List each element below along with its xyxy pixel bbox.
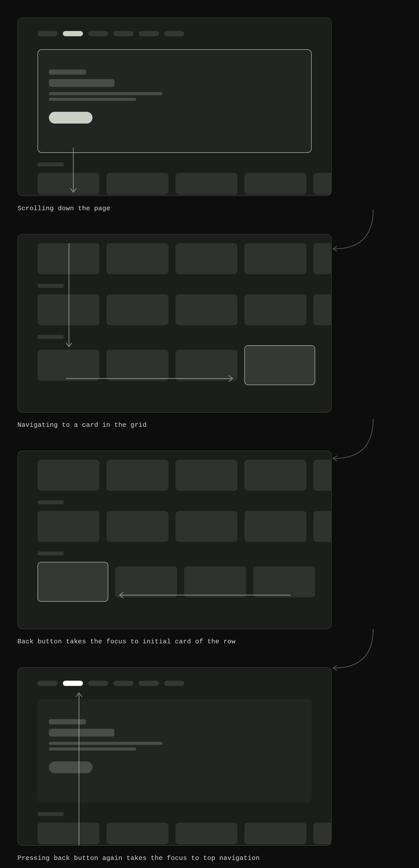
content-row [18,451,331,491]
content-card[interactable] [245,460,307,491]
tab[interactable] [164,681,184,686]
tab[interactable] [37,681,58,686]
tab[interactable] [164,31,184,36]
content-card[interactable] [313,243,332,274]
step-2: ← Navigating to a card in the grid [18,234,401,429]
tv-screen-3 [18,451,332,629]
content-card[interactable] [175,173,237,195]
content-card[interactable] [37,350,99,381]
content-card[interactable] [313,294,332,325]
content-card[interactable] [313,173,332,195]
content-card-focused[interactable] [37,562,108,602]
step-4: Pressing back button again takes the foc… [18,667,401,862]
tab-active[interactable] [63,31,83,36]
row-label [37,500,64,504]
content-card[interactable] [106,173,168,195]
content-card[interactable] [313,511,332,542]
tab[interactable] [139,681,159,686]
top-tabs [18,18,331,41]
tv-screen-4 [18,667,332,846]
diagram-container: ← Scrolling down the page [0,0,419,868]
step-1: ← Scrolling down the page [18,18,401,212]
content-card[interactable] [106,460,168,491]
content-card[interactable] [37,294,99,325]
content-card[interactable] [245,823,307,844]
content-card[interactable] [245,173,307,195]
content-row [18,555,331,602]
content-card[interactable] [106,511,168,542]
row-label [37,335,64,339]
hero-title [49,79,115,87]
content-row [18,166,331,195]
content-card[interactable] [37,243,99,274]
content-card[interactable] [184,566,246,597]
content-card[interactable] [313,823,332,844]
tab[interactable] [37,31,58,36]
content-card[interactable] [245,294,307,325]
content-card[interactable] [245,243,307,274]
content-row [18,339,331,385]
step-caption: Scrolling down the page [18,205,401,212]
row-label [37,284,64,288]
content-row [18,504,331,542]
step-caption: Pressing back button again takes the foc… [18,855,401,862]
hero-cta-button[interactable] [49,762,93,773]
tv-screen-2 [18,234,332,413]
content-card[interactable] [106,350,168,381]
content-card[interactable] [313,460,332,491]
hero-cta-button[interactable] [49,112,93,124]
step-3: ← Back button takes the focus to initial… [18,451,401,645]
content-row [18,288,331,325]
hero-desc-line [49,92,162,95]
content-card[interactable] [37,460,99,491]
hero-card[interactable] [37,699,312,803]
content-card[interactable] [175,460,237,491]
hero-desc-line [49,742,162,745]
content-row [18,816,331,844]
content-card[interactable] [106,823,168,844]
content-card[interactable] [37,173,99,195]
content-card[interactable] [37,511,99,542]
content-card[interactable] [175,511,237,542]
content-card[interactable] [37,823,99,844]
content-card-focused[interactable] [245,345,315,385]
hero-title [49,729,115,737]
content-card[interactable] [175,294,237,325]
content-card[interactable] [175,823,237,844]
hero-subtitle [49,69,86,75]
tab[interactable] [114,31,134,36]
hero-desc-line [49,98,136,101]
hero-card-focused[interactable] [37,49,312,153]
step-caption: Back button takes the focus to initial c… [18,638,401,645]
content-card[interactable] [106,243,168,274]
row-label [37,162,64,166]
content-card[interactable] [245,511,307,542]
top-tabs [18,668,331,690]
tv-screen-1 [18,18,332,196]
content-card[interactable] [115,566,177,597]
row-label [37,812,64,816]
tab[interactable] [139,31,159,36]
content-card[interactable] [106,294,168,325]
content-row [18,235,331,274]
tab-focused[interactable] [63,681,83,686]
tab[interactable] [88,681,108,686]
tab[interactable] [114,681,134,686]
hero-desc-line [49,747,136,750]
hero-subtitle [49,719,86,724]
row-label [37,552,64,555]
content-card[interactable] [175,350,237,381]
tab[interactable] [88,31,108,36]
content-card[interactable] [253,566,315,597]
content-card[interactable] [175,243,237,274]
step-caption: Navigating to a card in the grid [18,421,401,429]
